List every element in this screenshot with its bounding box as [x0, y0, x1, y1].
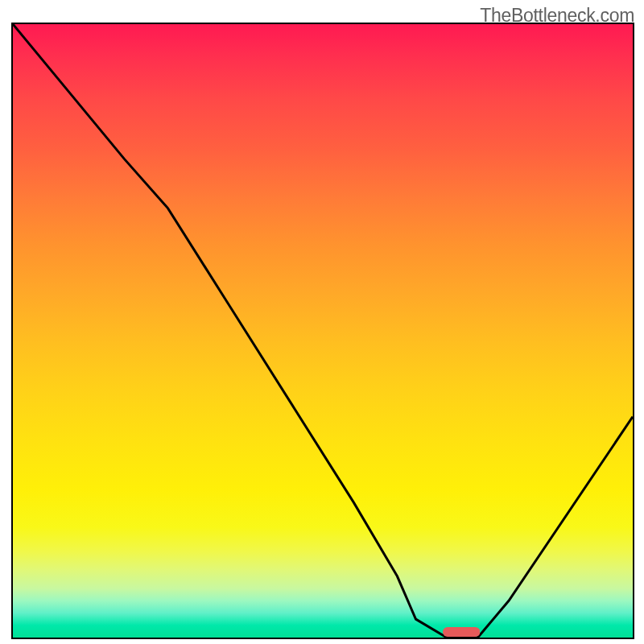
chart-area: [11, 23, 634, 639]
bottleneck-curve: [13, 24, 633, 638]
optimal-marker: [443, 625, 480, 638]
svg-rect-0: [443, 627, 480, 637]
